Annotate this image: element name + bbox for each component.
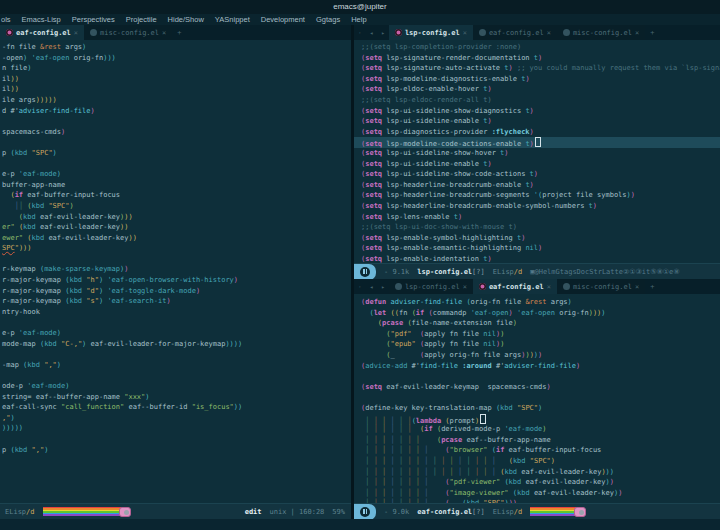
indent-guide: │ — [399, 489, 403, 497]
code-line — [0, 116, 351, 127]
indent-guide: │ — [382, 436, 386, 444]
indent-guide: │ — [416, 457, 420, 465]
hollow-cursor — [480, 414, 486, 424]
indent-guide: │ — [407, 457, 411, 465]
new-tab-button[interactable]: + — [172, 29, 186, 37]
code-line: eaf-call-sync "call_function" eaf--buffe… — [0, 402, 351, 413]
indent-guide: │ — [382, 446, 386, 454]
nyan-rainbow-bar — [530, 507, 576, 516]
tab-misc-config-el[interactable]: misc-config.el× — [557, 25, 645, 40]
indent-guide: │ — [374, 489, 378, 497]
menu-item-ggtags[interactable]: Ggtags — [316, 14, 340, 25]
tab-scroll-left-icon[interactable]: ◂ — [366, 29, 378, 36]
tab-label: misc-config.el — [100, 29, 159, 37]
buffer-flag: [?] — [472, 268, 485, 276]
buffer-name: eaf-config.el — [417, 508, 472, 516]
buffer-state-icon — [354, 264, 376, 280]
tab-lsp-config-el[interactable]: lsp-config.el× — [389, 279, 473, 294]
minibuffer-echo-area[interactable] — [0, 519, 720, 530]
menu-item-ols[interactable]: ols — [1, 14, 11, 25]
code-line: ("epub" (apply fn file nil)) — [354, 339, 720, 350]
menu-item-projectile[interactable]: Projectile — [126, 14, 157, 25]
new-tab-button[interactable]: + — [645, 283, 659, 291]
indent-guide: │ — [382, 457, 386, 465]
tab-eaf-config-el[interactable]: eaf-config.el× — [473, 279, 557, 294]
major-mode[interactable]: ELisp/d — [493, 508, 523, 516]
code-line — [0, 434, 351, 445]
indent-guide: │ — [365, 446, 369, 454]
menu-item-emacs-lisp[interactable]: Emacs-Lisp — [22, 14, 61, 25]
code-line: ile args))))) — [0, 95, 351, 106]
tab-close-icon[interactable]: × — [463, 29, 467, 37]
tab-group-dot-icon[interactable]: · — [354, 283, 366, 290]
editor-window-right-top[interactable]: ;;(setq lsp-completion-provider :none)(s… — [354, 40, 720, 265]
code-line: -fn file &rest args) — [0, 42, 351, 53]
tab-eaf-config-el[interactable]: eaf-config.el× — [0, 25, 84, 40]
menu-item-development[interactable]: Development — [261, 14, 305, 25]
code-line — [0, 317, 351, 328]
indent-guide: │ — [374, 425, 378, 433]
tab-scroll-left-icon[interactable]: ◂ — [366, 283, 378, 290]
buffer-state-icon — [354, 504, 376, 520]
major-mode[interactable]: ELisp/d — [493, 268, 523, 276]
menu-item-perspectives[interactable]: Perspectives — [72, 14, 115, 25]
editor-window-right-bottom[interactable]: (defun adviser-find-file (orig-fn file &… — [354, 295, 720, 505]
elisp-file-icon — [90, 29, 97, 36]
indent-guide: │ — [433, 457, 437, 465]
indent-guide: │ — [424, 468, 428, 476]
code-line: d #'adviser-find-file) — [0, 106, 351, 117]
indent-guide: │ — [365, 436, 369, 444]
indent-guide: │ — [407, 468, 411, 476]
elisp-file-icon — [395, 283, 402, 290]
tab-group-dot-icon[interactable]: · — [354, 29, 366, 36]
menu-item-hide-show[interactable]: Hide/Show — [168, 14, 204, 25]
minor-modes[interactable]: ▣@HelmGtagsDocStrLatte②①③it⑤⑧①e⑧ — [530, 268, 679, 276]
buffer-size: - 9.0k — [384, 508, 409, 516]
major-mode[interactable]: ELisp/d — [5, 508, 35, 516]
new-tab-button[interactable]: + — [645, 29, 659, 37]
code-line: (setq eaf-evil-leader-keymap spacemacs-c… — [354, 382, 720, 393]
code-line: ntry-hook — [0, 307, 351, 318]
indent-guide: │ — [391, 468, 395, 476]
code-line: string= eaf--buffer-app-name "xxx") — [0, 392, 351, 403]
tab-close-icon[interactable]: × — [74, 29, 78, 37]
indent-guide: │ — [365, 425, 369, 433]
code-line — [0, 137, 351, 148]
tab-close-icon[interactable]: × — [162, 29, 166, 37]
code-line: │ │ │ │ │ │ │ (pcase eaf--buffer-app-nam… — [354, 435, 720, 446]
tab-close-icon[interactable]: × — [463, 283, 467, 291]
encoding-position: unix | 160:28 — [270, 508, 325, 516]
code-line: ;;(setq lsp-ui-doc-show-with-mouse t) — [354, 222, 720, 233]
tab-close-icon[interactable]: × — [547, 283, 551, 291]
code-line: │ │ │ │ │ │ │ │ ("browser" (if eaf-buffe… — [354, 445, 720, 456]
tab-misc-config-el[interactable]: misc-config.el× — [84, 25, 172, 40]
elisp-file-icon — [6, 29, 13, 36]
code-line: │ │ │ │ │ │ (if (derived-mode-p 'eaf-mod… — [354, 424, 720, 435]
code-line: e-p 'eaf-mode) — [0, 328, 351, 339]
tab-eaf-config-el[interactable]: eaf-config.el× — [473, 25, 557, 40]
indent-guide: │ — [391, 436, 395, 444]
tab-label: eaf-config.el — [489, 29, 544, 37]
tab-misc-config-el[interactable]: misc-config.el× — [557, 279, 645, 294]
indent-guide: │ — [374, 457, 378, 465]
window-title: emacs@jupiter — [333, 2, 386, 11]
tab-scroll-right-icon[interactable]: ▸ — [377, 283, 389, 290]
menu-item-help[interactable]: Help — [351, 14, 366, 25]
code-line: ewer" (kbd eaf-evil-leader-key)) — [0, 233, 351, 244]
editor-window-left[interactable]: -fn file &rest args)-open) 'eaf-open ori… — [0, 40, 351, 505]
tab-close-icon[interactable]: × — [635, 29, 639, 37]
tab-scroll-right-icon[interactable]: ▸ — [377, 29, 389, 36]
indent-guide: │ — [382, 468, 386, 476]
tab-bar-left: eaf-config.el×misc-config.el×+ — [0, 25, 351, 40]
indent-guide: │ — [475, 468, 479, 476]
tab-label: lsp-config.el — [405, 29, 460, 37]
code-line: (kbd eaf-evil-leader-key))) — [0, 212, 351, 223]
buffer-name: lsp-config.el — [417, 268, 472, 276]
indent-guide: │ — [365, 468, 369, 476]
tab-close-icon[interactable]: × — [635, 283, 639, 291]
tab-lsp-config-el[interactable]: lsp-config.el× — [389, 25, 473, 40]
indent-guide: │ — [391, 425, 395, 433]
menu-item-yasnippet[interactable]: YASnippet — [215, 14, 250, 25]
code-line: ;;(setq lsp-eldoc-render-all t) — [354, 95, 720, 106]
tab-close-icon[interactable]: × — [547, 29, 551, 37]
